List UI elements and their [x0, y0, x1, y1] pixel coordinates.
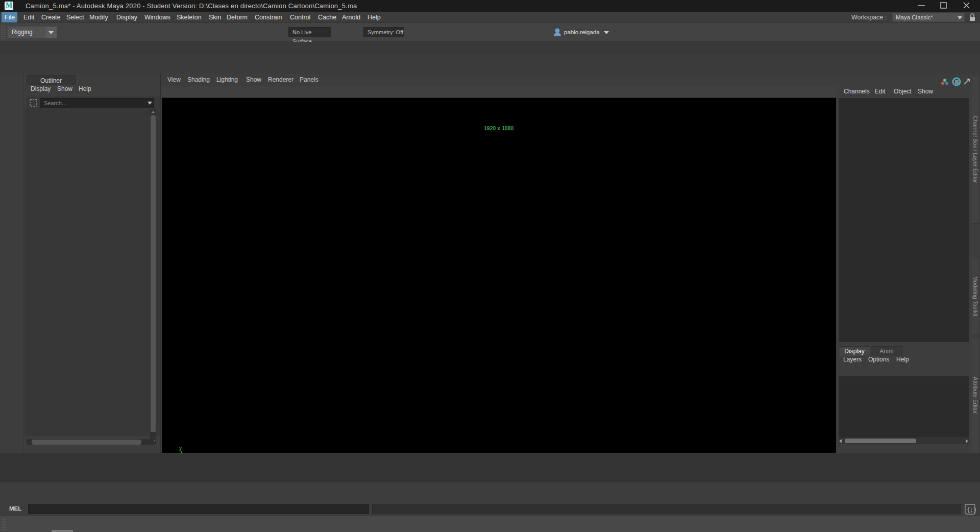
svg-text:{;}: {;} — [967, 507, 976, 513]
svg-text:pablo.reigada: pablo.reigada — [564, 29, 600, 35]
svg-text:y: y — [179, 445, 182, 451]
